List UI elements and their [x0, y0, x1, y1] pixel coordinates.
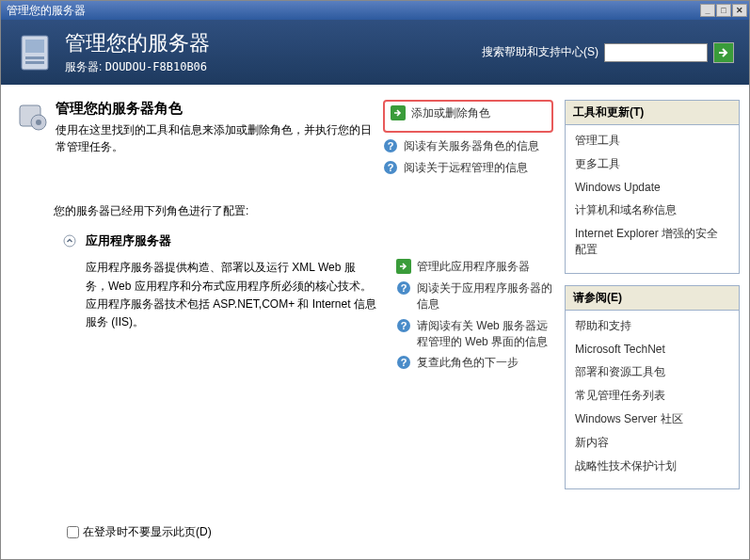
- windows-update-link[interactable]: Windows Update: [575, 180, 729, 196]
- search-input[interactable]: [604, 43, 708, 62]
- read-web-mgmt-link[interactable]: 请阅读有关 Web 服务器远程管理的 Web 界面的信息: [417, 318, 553, 350]
- community-link[interactable]: Windows Server 社区: [575, 411, 729, 427]
- more-tools-link[interactable]: 更多工具: [575, 156, 729, 172]
- highlight-box: 添加或删除角色: [383, 100, 553, 133]
- help-icon: ?: [396, 355, 411, 370]
- manage-tools-link[interactable]: 管理工具: [575, 133, 729, 149]
- search-area: 搜索帮助和支持中心(S): [482, 42, 734, 63]
- svg-point-6: [36, 120, 41, 125]
- read-server-roles-link[interactable]: 阅读有关服务器角色的信息: [404, 138, 553, 154]
- server-icon: [16, 30, 54, 75]
- roles-icon: [16, 100, 48, 135]
- roles-description: 管理您的服务器角色 使用在这里找到的工具和信息来添加或删除角色，并执行您的日常管…: [56, 100, 375, 155]
- server-name: DOUDOU-F8B10B06: [105, 60, 207, 73]
- whatsnew-link[interactable]: 新内容: [575, 435, 729, 451]
- collapse-icon[interactable]: [63, 234, 76, 248]
- read-remote-link[interactable]: 阅读关于远程管理的信息: [404, 160, 553, 176]
- app-server-section: 应用程序服务器 应用程序服务器提供构造、部署以及运行 XML Web 服务，We…: [63, 232, 553, 376]
- add-remove-role-link[interactable]: 添加或删除角色: [411, 105, 546, 121]
- help-icon: ?: [396, 318, 411, 333]
- server-label: 服务器:: [65, 60, 102, 73]
- strategy-link[interactable]: 战略性技术保护计划: [575, 458, 729, 474]
- reference-panel-title: 请参阅(E): [566, 286, 739, 311]
- technet-link[interactable]: Microsoft TechNet: [575, 342, 729, 358]
- reference-panel: 请参阅(E) 帮助和支持 Microsoft TechNet 部署和资源工具包 …: [565, 285, 740, 490]
- deploy-link[interactable]: 部署和资源工具包: [575, 364, 729, 380]
- svg-text:?: ?: [401, 320, 407, 331]
- window-buttons: _ □ ✕: [700, 4, 747, 17]
- computer-domain-link[interactable]: 计算机和域名称信息: [575, 202, 729, 218]
- close-button[interactable]: ✕: [732, 4, 747, 17]
- dont-show-label[interactable]: 在登录时不要显示此页(D): [67, 524, 683, 540]
- header: 管理您的服务器 服务器: DOUDOU-F8B10B06 搜索帮助和支持中心(S…: [1, 20, 749, 85]
- header-text: 管理您的服务器 服务器: DOUDOU-F8B10B06: [65, 29, 471, 75]
- maximize-button[interactable]: □: [716, 4, 731, 17]
- help-icon: ?: [396, 280, 411, 296]
- roles-section: 管理您的服务器角色 使用在这里找到的工具和信息来添加或删除角色，并执行您的日常管…: [16, 100, 553, 181]
- read-app-server-link[interactable]: 阅读关于应用程序服务器的信息: [417, 280, 553, 312]
- review-next-step-link[interactable]: 复查此角色的下一步: [417, 355, 553, 371]
- tools-panel-title: 工具和更新(T): [566, 101, 739, 125]
- roles-actions: 添加或删除角色 ? 阅读有关服务器角色的信息 ? 阅读关于远程管理的信息: [383, 100, 553, 181]
- svg-text:?: ?: [388, 162, 394, 173]
- svg-rect-1: [25, 40, 44, 53]
- roles-title: 管理您的服务器角色: [56, 100, 375, 118]
- svg-text:?: ?: [401, 282, 407, 294]
- help-icon: ?: [383, 160, 398, 175]
- window: 管理您的服务器 _ □ ✕ 管理您的服务器 服务器: DOUDOU-F8B10B…: [0, 0, 750, 560]
- dont-show-checkbox[interactable]: [67, 526, 79, 538]
- search-go-button[interactable]: [713, 42, 734, 63]
- main-column: 管理您的服务器角色 使用在这里找到的工具和信息来添加或删除角色，并执行您的日常管…: [16, 100, 553, 515]
- manage-app-server-link[interactable]: 管理此应用程序服务器: [417, 259, 553, 275]
- tools-panel: 工具和更新(T) 管理工具 更多工具 Windows Update 计算机和域名…: [565, 100, 740, 274]
- dont-show-text: 在登录时不要显示此页(D): [83, 524, 212, 540]
- ie-security-link[interactable]: Internet Explorer 增强的安全配置: [575, 226, 729, 258]
- svg-point-12: [64, 235, 75, 247]
- header-title: 管理您的服务器: [65, 29, 471, 57]
- svg-text:?: ?: [401, 357, 407, 368]
- arrow-icon: [396, 259, 411, 274]
- minimize-button[interactable]: _: [700, 4, 715, 17]
- search-label: 搜索帮助和支持中心(S): [482, 44, 598, 60]
- arrow-icon: [391, 105, 406, 120]
- right-column: 工具和更新(T) 管理工具 更多工具 Windows Update 计算机和域名…: [565, 100, 740, 515]
- svg-rect-2: [25, 56, 44, 59]
- app-server-title: 应用程序服务器: [86, 232, 553, 249]
- help-support-link[interactable]: 帮助和支持: [575, 318, 729, 334]
- window-title: 管理您的服务器: [3, 3, 700, 19]
- help-icon: ?: [383, 138, 398, 153]
- configured-heading: 您的服务器已经用下列角色进行了配置:: [54, 203, 553, 219]
- svg-rect-3: [25, 61, 44, 64]
- svg-text:?: ?: [388, 140, 394, 152]
- roles-text: 使用在这里找到的工具和信息来添加或删除角色，并执行您的日常管理任务。: [56, 121, 375, 155]
- app-server-actions: 管理此应用程序服务器 ? 阅读关于应用程序服务器的信息 ? 请阅读有关 Web …: [396, 259, 553, 376]
- titlebar: 管理您的服务器 _ □ ✕: [1, 1, 749, 20]
- tasks-link[interactable]: 常见管理任务列表: [575, 388, 729, 404]
- content: 管理您的服务器角色 使用在这里找到的工具和信息来添加或删除角色，并执行您的日常管…: [1, 85, 749, 515]
- app-server-desc: 应用程序服务器提供构造、部署以及运行 XML Web 服务，Web 应用程序和分…: [86, 259, 377, 376]
- footer: 在登录时不要显示此页(D): [1, 515, 749, 559]
